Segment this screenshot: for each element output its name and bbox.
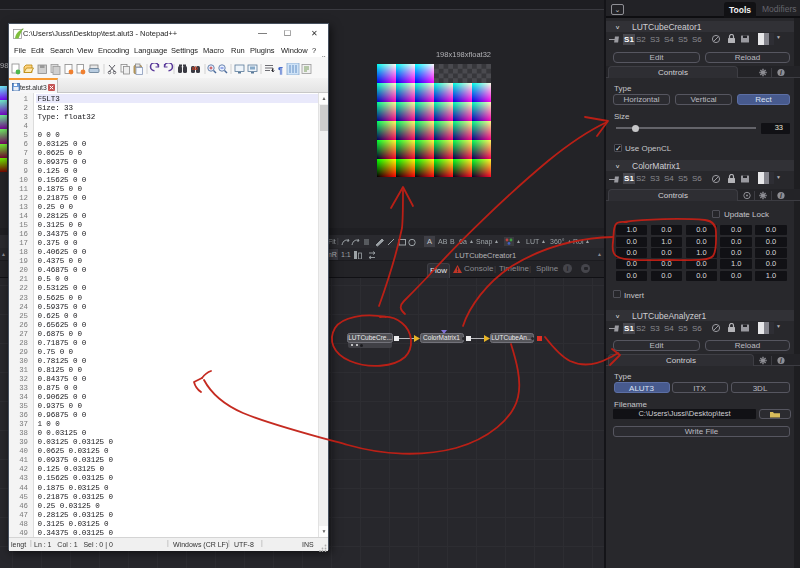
svg-text:¶: ¶ (278, 65, 283, 75)
svg-text:i: i (780, 192, 782, 199)
svg-text:i: i (780, 357, 782, 364)
svg-text:i: i (780, 69, 782, 76)
svg-text:ab: ab (192, 65, 198, 71)
